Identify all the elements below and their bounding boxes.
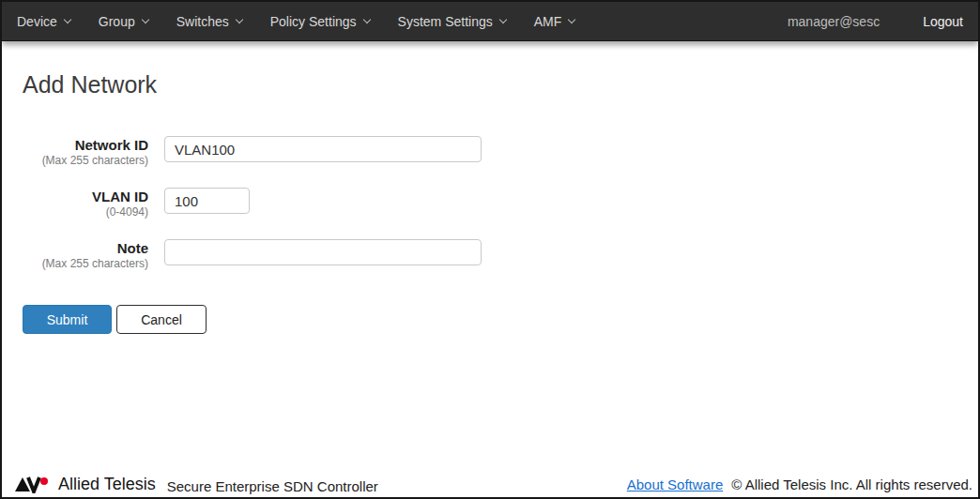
nav-item-label: Group (99, 14, 135, 29)
chevron-down-icon (141, 15, 148, 23)
nav-item-label: Switches (176, 14, 229, 29)
network-id-input[interactable] (164, 136, 482, 162)
field-label-col: Network ID (Max 255 characters) (23, 136, 164, 168)
field-row-network-id: Network ID (Max 255 characters) (23, 136, 957, 168)
submit-button[interactable]: Submit (23, 305, 112, 334)
field-row-note: Note (Max 255 characters) (23, 239, 957, 271)
footer-right: About Software © Allied Telesis Inc. All… (627, 476, 972, 492)
form-buttons: Submit Cancel (23, 305, 957, 334)
note-input[interactable] (164, 239, 482, 265)
copyright-text: © Allied Telesis Inc. All rights reserve… (731, 476, 972, 492)
allied-telesis-logo-icon (15, 476, 53, 493)
page-title: Add Network (23, 68, 957, 100)
about-software-link[interactable]: About Software (627, 476, 724, 492)
chevron-down-icon (64, 15, 71, 23)
nav-item-system-settings[interactable]: System Settings (398, 14, 506, 29)
nav-item-device[interactable]: Device (17, 14, 70, 29)
brand: Allied Telesis Secure Enterprise SDN Con… (15, 475, 378, 494)
chevron-down-icon (498, 15, 506, 23)
nav-item-policy-settings[interactable]: Policy Settings (270, 14, 370, 29)
nav-item-label: Device (17, 14, 57, 29)
nav-item-label: System Settings (398, 14, 493, 29)
chevron-down-icon (568, 15, 575, 23)
vlan-id-input[interactable] (164, 188, 250, 214)
account-label: manager@sesc (788, 14, 880, 29)
nav-account-area: manager@sesc Logout (788, 14, 963, 29)
nav-item-label: AMF (534, 14, 562, 29)
add-network-form: Network ID (Max 255 characters) VLAN ID … (23, 136, 957, 334)
nav-item-amf[interactable]: AMF (534, 14, 575, 29)
nav-item-switches[interactable]: Switches (176, 14, 242, 29)
field-hint: (0-4094) (23, 204, 148, 219)
nav-item-group[interactable]: Group (99, 14, 148, 29)
product-name: Secure Enterprise SDN Controller (167, 478, 378, 494)
nav-item-label: Policy Settings (270, 14, 357, 29)
field-hint: (Max 255 characters) (23, 256, 148, 271)
field-label-col: Note (Max 255 characters) (23, 239, 164, 271)
main-content: Add Network Network ID (Max 255 characte… (2, 68, 978, 334)
brand-name: Allied Telesis (58, 475, 156, 494)
cancel-button[interactable]: Cancel (116, 305, 207, 334)
nav-menu: Device Group Switches Policy Settings Sy… (17, 14, 603, 29)
field-row-vlan-id: VLAN ID (0-4094) (23, 188, 957, 219)
field-label: VLAN ID (23, 189, 148, 204)
logout-button[interactable]: Logout (923, 14, 963, 29)
page-footer: Allied Telesis Secure Enterprise SDN Con… (15, 475, 972, 494)
field-hint: (Max 255 characters) (23, 153, 148, 168)
top-navbar: Device Group Switches Policy Settings Sy… (2, 2, 978, 41)
chevron-down-icon (362, 15, 370, 23)
field-label: Network ID (23, 137, 148, 153)
add-network-page: Device Group Switches Policy Settings Sy… (0, 0, 980, 499)
field-label-col: VLAN ID (0-4094) (23, 188, 164, 219)
chevron-down-icon (236, 15, 243, 23)
field-label: Note (23, 240, 148, 256)
